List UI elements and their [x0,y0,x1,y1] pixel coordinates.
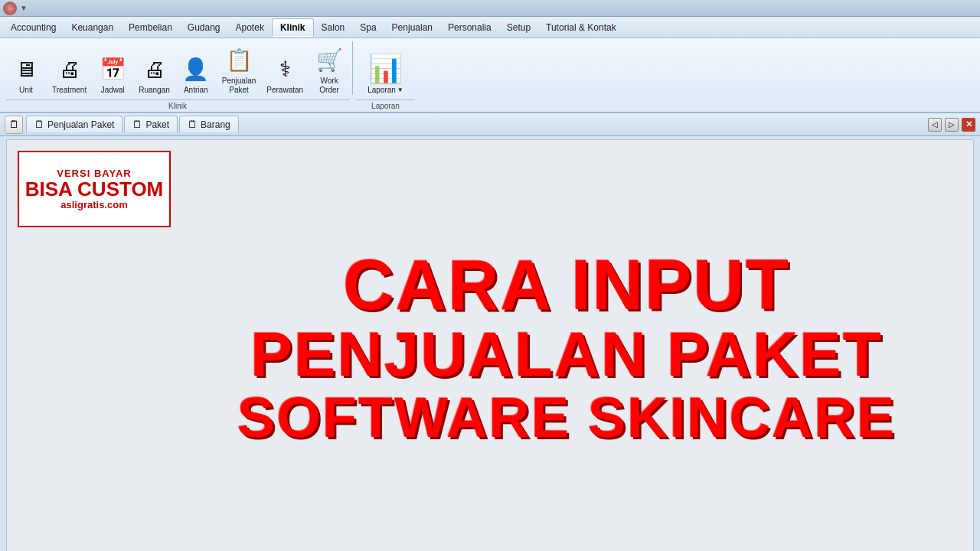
menu-bar: Accounting Keuangan Pembelian Gudang Apo… [0,17,980,38]
ribbon-unit[interactable]: 🖥 Unit [6,51,46,98]
menu-personalia[interactable]: Personalia [440,19,499,36]
ribbon-group-klinik: 🖥 Unit 🖨 Treatment 📅 Jadwal 🖨 Ruangan 👤 [6,41,349,112]
main-text-line3: SOFTWARE SKINCARE [237,388,896,448]
laporan-group-label: Laporan [356,99,415,112]
watermark-site: asligratis.com [60,199,127,210]
menu-gudang[interactable]: Gudang [180,19,228,36]
tab-barang-icon: 🗒 [188,119,198,130]
menu-klinik[interactable]: Klinik [272,18,314,37]
ribbon-penjualan-paket[interactable]: 📋 PenjualanPaket [217,41,260,98]
ribbon-laporan[interactable]: 📊 Laporan ▼ [363,51,408,98]
menu-salon[interactable]: Salon [314,19,353,36]
main-text-line1: CARA INPUT [343,248,790,322]
menu-pembelian[interactable]: Pembelian [121,19,180,36]
menu-apotek[interactable]: Apotek [228,19,272,36]
menu-spa[interactable]: Spa [352,19,384,36]
ribbon-divider [352,41,353,95]
penjualan-paket-icon: 📋 [224,44,254,75]
menu-penjualan[interactable]: Penjualan [384,19,440,36]
tab-penjualan-paket-label: Penjualan Paket [47,119,114,130]
ribbon-ruangan[interactable]: 🖨 Ruangan [134,51,175,98]
menu-setup[interactable]: Setup [499,19,538,36]
nav-prev-button[interactable]: ◁ [928,118,942,132]
work-order-label: WorkOrder [319,77,339,95]
main-content: VERSI BAYAR BISA CUSTOM asligratis.com C… [6,139,974,551]
tab-barang[interactable]: 🗒 Barang [179,116,239,133]
antrian-icon: 👤 [181,54,211,84]
nav-next-button[interactable]: ▷ [945,118,959,132]
ribbon-group-laporan: 📊 Laporan ▼ Laporan [356,51,415,112]
tab-paket-icon: 🗒 [132,119,142,130]
ruangan-icon: 🖨 [139,54,170,84]
antrian-label: Antrian [184,86,208,95]
ribbon-group-klinik-label: Klinik [6,99,349,112]
title-arrow[interactable]: ▼ [20,4,28,12]
perawatan-icon: ⚕ [270,54,300,84]
toolbar-right: ◁ ▷ ✕ [928,118,975,132]
watermark-box: VERSI BAYAR BISA CUSTOM asligratis.com [18,151,171,227]
tab-paket[interactable]: 🗒 Paket [124,116,178,133]
toolbar-main-icon[interactable]: 🗒 [5,116,23,134]
watermark-bisa: BISA CUSTOM [25,179,164,199]
tab-barang-label: Barang [201,119,230,130]
ribbon-antrian[interactable]: 👤 Antrian [176,51,216,98]
unit-icon: 🖥 [11,54,41,84]
menu-keuangan[interactable]: Keuangan [64,19,121,36]
toolbar-strip: 🗒 🗒 Penjualan Paket 🗒 Paket 🗒 Barang ◁ ▷… [0,113,980,136]
title-bar: ▼ [0,0,980,17]
work-order-icon: 🛒 [314,44,345,75]
menu-tutorial[interactable]: Tutorial & Kontak [538,19,624,36]
menu-accounting[interactable]: Accounting [3,19,64,36]
ribbon-work-order[interactable]: 🛒 WorkOrder [309,41,349,98]
close-button[interactable]: ✕ [962,118,975,132]
ribbon-treatment[interactable]: 🖨 Treatment [47,51,91,98]
ribbon: 🖥 Unit 🖨 Treatment 📅 Jadwal 🖨 Ruangan 👤 [0,38,980,113]
tab-penjualan-paket[interactable]: 🗒 Penjualan Paket [26,116,122,133]
app-logo [3,2,17,15]
jadwal-label: Jadwal [101,86,125,95]
main-text-line2: PENJUALAN PAKET [250,321,883,387]
perawatan-label: Perawatan [266,86,303,95]
ribbon-perawatan[interactable]: ⚕ Perawatan [262,51,308,98]
main-text-container: CARA INPUT PENJUALAN PAKET SOFTWARE SKIN… [160,140,973,551]
tab-paket-label: Paket [145,119,169,130]
ruangan-label: Ruangan [139,86,170,95]
ribbon-jadwal[interactable]: 📅 Jadwal [93,51,132,98]
jadwal-icon: 📅 [97,54,128,84]
treatment-icon: 🖨 [54,54,85,84]
laporan-icon: 📊 [370,54,400,84]
treatment-label: Treatment [52,86,87,95]
unit-label: Unit [19,86,33,95]
tab-penjualan-paket-icon: 🗒 [34,119,44,130]
penjualan-paket-label: PenjualanPaket [222,77,256,95]
laporan-label: Laporan ▼ [368,86,403,95]
